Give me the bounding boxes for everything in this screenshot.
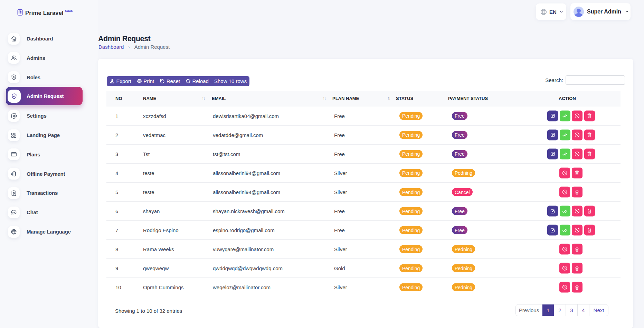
svg-text:$: $ xyxy=(11,173,12,175)
